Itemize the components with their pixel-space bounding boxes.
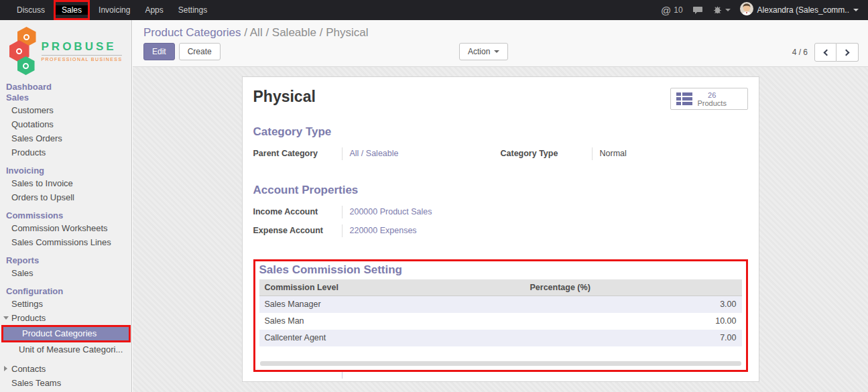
sidebar-item-sales-teams[interactable]: Sales Teams [0, 376, 131, 390]
breadcrumb: Product Categories / All / Saleable / Ph… [133, 20, 868, 40]
category-type-value: Normal [592, 147, 748, 160]
table-row[interactable]: Sales Manager 3.00 [259, 296, 742, 313]
top-menu-list: Discuss Sales Invoicing Apps Settings [0, 0, 214, 20]
logo-hexagons-icon [9, 27, 38, 75]
products-stat-button[interactable]: 26 Products [670, 88, 748, 110]
sidebar-item-quotations[interactable]: Quotations [0, 117, 131, 131]
chevron-down-icon [494, 50, 499, 53]
parent-category-link[interactable]: All / Saleable [342, 147, 501, 160]
sidebar-heading-commissions[interactable]: Commissions [0, 210, 131, 221]
highlight-box-sales-menu: Sales [54, 0, 90, 20]
breadcrumb-separator: / [241, 26, 250, 39]
expense-account-link[interactable]: 220000 Expenses [342, 224, 501, 237]
sidebar-item-label: Products [11, 313, 46, 323]
sidebar-item-uom-categories[interactable]: Unit of Measure Categori... [0, 342, 131, 356]
user-menu[interactable]: Alexandra (Sales_comm.. [740, 2, 859, 18]
top-menu-settings[interactable]: Settings [171, 0, 214, 20]
toolbar: Edit Create Action 4 / 6 [133, 43, 868, 60]
field-category-type: Category Type Normal [501, 147, 748, 160]
sidebar-item-product-categories[interactable]: Product Categories [3, 327, 129, 340]
commission-level-cell: Callcenter Agent [259, 330, 525, 346]
table-header-row: Commission Level Percentage (%) [259, 279, 742, 296]
pager: 4 / 6 [792, 43, 859, 62]
sidebar-item-commission-worksheets[interactable]: Commission Worksheets [0, 221, 131, 235]
sidebar-item-products[interactable]: Products [0, 145, 131, 159]
income-account-link[interactable]: 200000 Product Sales [342, 206, 501, 218]
breadcrumb-current: All / Saleable / Physical [250, 26, 369, 39]
edit-button[interactable]: Edit [143, 43, 175, 60]
commission-level-cell: Sales Manager [259, 296, 525, 313]
topbar-right: @ 10 Alexandra (Sales_comm.. [661, 2, 868, 18]
sidebar-heading-configuration[interactable]: Configuration [0, 286, 131, 297]
sidebar-item-label: Contacts [11, 364, 46, 374]
sidebar-item-products-config[interactable]: Products [0, 311, 131, 325]
sidebar-heading-reports[interactable]: Reports [0, 255, 131, 266]
probuse-logo: PROBUSE PROFESSIONAL BUSINESS [0, 20, 131, 79]
action-label: Action [468, 47, 490, 56]
top-menu-invoicing[interactable]: Invoicing [91, 0, 137, 20]
form-sheet: Physical 26 Products Category Type [242, 76, 759, 382]
chevron-right-icon [843, 49, 850, 56]
field-income-account: Income Account 200000 Product Sales [253, 206, 501, 218]
pager-previous-button[interactable] [814, 43, 836, 62]
chevron-left-icon [823, 49, 830, 56]
top-menu-apps[interactable]: Apps [137, 0, 170, 20]
field-label: Category Type [501, 147, 592, 160]
mentions-button[interactable]: @ 10 [661, 5, 683, 16]
sidebar-heading-invoicing[interactable]: Invoicing [0, 166, 131, 176]
top-menu-sales[interactable]: Sales [56, 5, 88, 15]
sidebar-heading-dashboard[interactable]: Dashboard [0, 82, 131, 92]
field-parent-category: Parent Category All / Saleable [253, 147, 501, 160]
table-row[interactable]: Callcenter Agent 7.00 [259, 330, 742, 346]
record-title: Physical [253, 88, 316, 106]
sidebar-item-sales-to-invoice[interactable]: Sales to Invoice [0, 176, 131, 190]
action-dropdown-button[interactable]: Action [459, 43, 508, 60]
highlight-box-commission-section: Sales Commission Setting Commission Leve… [253, 259, 748, 372]
top-menu-discuss[interactable]: Discuss [9, 0, 52, 20]
chevron-down-icon [853, 9, 859, 11]
section-heading-account-properties: Account Properties [253, 184, 748, 197]
commission-level-cell: Sales Man [259, 313, 525, 330]
horizontal-scrollbar[interactable] [260, 361, 741, 366]
column-header-commission-level: Commission Level [259, 279, 525, 296]
chevron-right-icon [4, 366, 7, 371]
pager-counter: 4 / 6 [792, 48, 808, 57]
sidebar-heading-sales[interactable]: Sales [0, 92, 131, 103]
mention-count: 10 [674, 5, 682, 15]
sidebar-item-reports-sales[interactable]: Sales [0, 266, 131, 280]
chevron-down-icon [3, 316, 9, 320]
percentage-cell: 3.00 [525, 296, 742, 313]
chat-icon[interactable] [692, 5, 703, 15]
bug-icon [712, 5, 723, 15]
field-label: Expense Account [253, 224, 342, 237]
brand-name: PROBUSE [42, 40, 123, 54]
debug-menu-button[interactable] [712, 5, 731, 15]
table-row[interactable]: Sales Man 10.00 [259, 313, 742, 330]
table-empty-space [259, 346, 742, 361]
pager-next-button[interactable] [836, 43, 859, 62]
sidebar-item-sales-commissions-lines[interactable]: Sales Commissions Lines [0, 235, 131, 249]
avatar [740, 2, 753, 18]
user-name: Alexandra (Sales_comm.. [757, 5, 849, 15]
brand-tagline: PROFESSIONAL BUSINESS [42, 55, 123, 62]
sidebar-item-orders-to-upsell[interactable]: Orders to Upsell [0, 190, 131, 204]
column-header-percentage: Percentage (%) [525, 279, 742, 296]
mention-icon: @ [661, 5, 671, 16]
section-heading-category-type: Category Type [253, 125, 748, 139]
sidebar-item-settings[interactable]: Settings [0, 297, 131, 311]
highlight-box-product-categories: Product Categories [1, 325, 131, 342]
sidebar-item-sales-orders[interactable]: Sales Orders [0, 131, 131, 145]
list-icon [676, 92, 692, 105]
sidebar-item-contacts[interactable]: Contacts [0, 362, 131, 376]
sidebar-item-customers[interactable]: Customers [0, 103, 131, 117]
field-label: Parent Category [253, 147, 342, 160]
section-heading-sales-commission: Sales Commission Setting [259, 263, 742, 277]
field-separator-stub [342, 372, 343, 379]
sidebar: PROBUSE PROFESSIONAL BUSINESS Dashboard … [0, 20, 132, 392]
create-button[interactable]: Create [179, 43, 221, 60]
breadcrumb-product-categories[interactable]: Product Categories [143, 26, 241, 39]
field-label: Income Account [253, 206, 342, 218]
products-label: Products [698, 99, 727, 107]
content-background: Physical 26 Products Category Type [133, 67, 868, 392]
field-expense-account: Expense Account 220000 Expenses [253, 224, 501, 237]
